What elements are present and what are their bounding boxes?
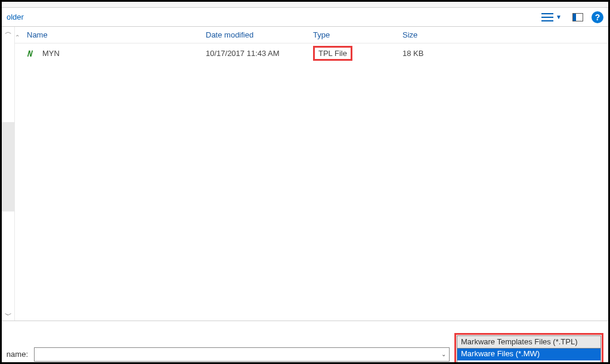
top-divider <box>2 2 608 8</box>
filename-label: name: <box>2 350 29 359</box>
filename-history-dropdown[interactable]: ⌄ <box>438 351 449 357</box>
filename-field-wrap: ⌄ <box>34 347 450 362</box>
column-headers: ⌃ Name Date modified Type Size <box>15 27 608 43</box>
list-view-icon <box>541 13 553 21</box>
file-type: TPL File <box>318 49 347 58</box>
column-header-name-label: Name <box>27 30 48 39</box>
chevron-down-icon: ▼ <box>556 14 562 20</box>
file-type-icon: N <box>27 49 38 57</box>
toolbar: older ▼ ? <box>2 8 608 27</box>
file-date: 10/17/2017 11:43 AM <box>206 49 313 58</box>
gutter-fill <box>2 122 14 211</box>
sort-caret-icon: ⌃ <box>15 34 20 41</box>
column-header-type[interactable]: Type <box>313 30 402 39</box>
file-browser: ︿ ﹀ ⌃ Name Date modified Type Size N MYN… <box>2 27 608 321</box>
preview-pane-button[interactable] <box>570 12 586 23</box>
file-list-panel: ⌃ Name Date modified Type Size N MYN 10/… <box>15 27 608 321</box>
pane-icon <box>572 13 583 21</box>
breadcrumb-fragment: older <box>7 13 539 21</box>
file-size: 18 KB <box>402 49 462 58</box>
file-type-filter[interactable]: Markware Templates Files (*.TPL) <box>457 335 601 349</box>
help-button[interactable]: ? <box>592 11 603 23</box>
filter-option-tpl[interactable]: Markware Templates Files (*.TPL) <box>457 360 600 364</box>
view-options-button[interactable]: ▼ <box>539 12 564 23</box>
file-row[interactable]: N MYN 10/17/2017 11:43 AM TPL File 18 KB <box>15 43 608 63</box>
left-gutter: ︿ ﹀ <box>2 27 15 321</box>
filter-option-mw[interactable]: Markware Files (*.MW) <box>457 349 600 360</box>
file-type-filter-options: Markware Files (*.MW) Markware Templates… <box>457 349 601 364</box>
footer: name: ⌄ Markware Templates Files (*.TPL)… <box>2 321 608 364</box>
highlight-annotation: Markware Templates Files (*.TPL) Markwar… <box>454 333 603 364</box>
column-header-date[interactable]: Date modified <box>206 30 313 39</box>
file-name: MYN <box>42 49 60 58</box>
chevron-up-icon[interactable]: ︿ <box>2 27 14 37</box>
filename-input[interactable] <box>35 350 438 359</box>
chevron-down-icon[interactable]: ﹀ <box>2 310 14 321</box>
file-type-cell: TPL File <box>313 46 402 61</box>
column-header-name[interactable]: ⌃ Name <box>15 30 206 39</box>
highlight-annotation: TPL File <box>313 46 352 61</box>
column-header-size[interactable]: Size <box>402 30 462 39</box>
